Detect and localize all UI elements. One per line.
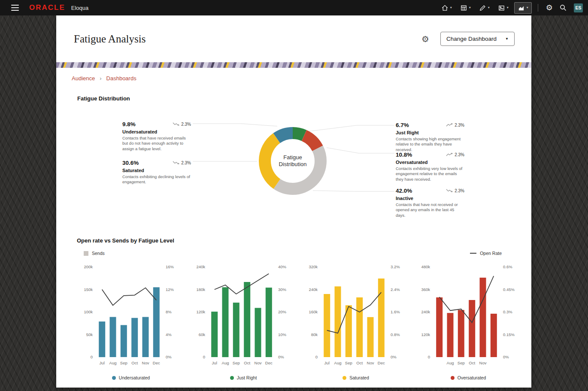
trend-down-icon xyxy=(173,120,180,128)
legend-dot xyxy=(342,376,346,380)
stat-label: Just Right xyxy=(396,130,464,135)
fatigue-donut[interactable] xyxy=(258,127,327,195)
campaigns-nav-button[interactable]: ▾ xyxy=(458,3,473,13)
svg-text:3.2%: 3.2% xyxy=(391,264,400,269)
chevron-down-icon: ▾ xyxy=(488,6,490,9)
svg-text:Sep: Sep xyxy=(345,361,352,365)
stat-saturated: 30.6% 2.3% Saturated Contacts exhibiting… xyxy=(122,159,191,185)
dashboard-card: Fatigue Analysis ⚙ Change Dashboard ▼ Au… xyxy=(56,15,531,388)
just-right-combo-chart[interactable]: 240k180k120k60k040%30%20%10%0%JulAugSepO… xyxy=(189,263,297,371)
chart-legend: Undersaturated xyxy=(112,375,150,380)
trend-value: 2.3% xyxy=(181,122,191,127)
trend-up-icon xyxy=(446,121,453,129)
stat-label: Saturated xyxy=(122,168,191,173)
just-right-chart-column: 240k180k120k60k040%30%20%10%0%JulAugSepO… xyxy=(189,263,297,380)
svg-text:12%: 12% xyxy=(166,287,174,292)
open-rate-legend-label: Open Rate xyxy=(480,251,502,256)
legend-dot xyxy=(451,376,455,380)
svg-text:320k: 320k xyxy=(309,264,318,269)
trend-down-icon xyxy=(173,159,180,167)
stat-undersaturated: 9.8% 2.3% Undersaturated Contacts that h… xyxy=(122,120,191,152)
breadcrumb-chevron-icon: › xyxy=(100,75,101,82)
sends-legend-label: Sends xyxy=(92,251,105,256)
saturated-combo-chart[interactable]: 320k240k160k80k03.2%2.4%1.6%0.8%0%JulAug… xyxy=(302,263,410,371)
undersaturated-chart-column: 200k150k100k50k016%12%8%4%0%JulAugSepOct… xyxy=(77,263,185,380)
svg-text:0: 0 xyxy=(428,355,430,359)
svg-text:30%: 30% xyxy=(278,287,287,292)
oversaturated-combo-chart[interactable]: 480k360k240k120k00.6%0.45%0.3%0.15%0%Aug… xyxy=(414,263,522,371)
stat-oversaturated: 10.8% 2.3% Oversaturated Contacts exhibi… xyxy=(396,151,464,182)
change-dashboard-label: Change Dashboard xyxy=(446,36,497,42)
svg-text:480k: 480k xyxy=(421,264,430,269)
svg-text:Oct: Oct xyxy=(356,361,363,365)
chart-legend: Oversaturated xyxy=(451,375,486,380)
svg-text:Nov: Nov xyxy=(367,361,374,365)
svg-text:Sep: Sep xyxy=(458,361,465,365)
svg-text:120k: 120k xyxy=(421,332,430,337)
svg-text:Dec: Dec xyxy=(265,361,273,365)
svg-text:150k: 150k xyxy=(84,287,93,292)
breadcrumb-audience-link[interactable]: Audience xyxy=(72,75,95,82)
toolbar-separator xyxy=(538,4,538,12)
svg-text:Aug: Aug xyxy=(334,361,342,365)
stat-description: Contacts exhibiting declining levels of … xyxy=(122,174,191,185)
dashboard-settings-button[interactable]: ⚙ xyxy=(421,35,429,43)
stat-percentage: 10.8% xyxy=(396,152,412,158)
svg-text:Sep: Sep xyxy=(120,361,127,365)
svg-text:240k: 240k xyxy=(196,264,205,269)
chevron-down-icon: ▾ xyxy=(469,6,471,9)
hamburger-menu-button[interactable] xyxy=(11,5,20,11)
legend-dot xyxy=(230,376,234,380)
svg-text:0.15%: 0.15% xyxy=(503,332,515,337)
svg-text:0%: 0% xyxy=(503,355,509,359)
stat-label: Oversaturated xyxy=(396,160,464,165)
svg-text:Aug: Aug xyxy=(222,361,229,365)
fatigue-level-charts: 200k150k100k50k016%12%8%4%0%JulAugSepOct… xyxy=(77,263,522,380)
svg-text:8%: 8% xyxy=(166,309,172,314)
legend-label: Saturated xyxy=(349,375,369,380)
svg-text:2.4%: 2.4% xyxy=(391,287,400,292)
search-button[interactable] xyxy=(558,3,569,12)
stat-description: Contacts exhibiting very low levels of e… xyxy=(396,166,464,182)
screen: ORACLE Eloqua ▾ ▾ ▾ ▾ ▾ xyxy=(0,0,588,391)
change-dashboard-button[interactable]: Change Dashboard ▼ xyxy=(440,32,515,46)
saturated-chart-column: 320k240k160k80k03.2%2.4%1.6%0.8%0%JulAug… xyxy=(302,263,410,380)
chart-legend: Just Right xyxy=(230,375,257,380)
open-rate-section-title: Open rate vs Sends by Fatigue Level xyxy=(77,237,174,244)
undersaturated-combo-chart[interactable]: 200k150k100k50k016%12%8%4%0%JulAugSepOct… xyxy=(77,263,185,371)
top-navigation-bar: ORACLE Eloqua ▾ ▾ ▾ ▾ ▾ xyxy=(0,0,588,15)
chevron-down-icon: ▼ xyxy=(505,37,509,41)
svg-text:Jul: Jul xyxy=(100,361,105,365)
svg-text:0%: 0% xyxy=(278,355,284,359)
assets-nav-button[interactable]: ▾ xyxy=(495,3,511,13)
chevron-down-icon: ▾ xyxy=(527,6,528,9)
stat-inactive: 42.0% 2.3% Inactive Contacts that have n… xyxy=(396,187,464,218)
fatigue-distribution-chart: 9.8% 2.3% Undersaturated Contacts that h… xyxy=(56,112,531,233)
stat-description: Contacts that have received emails but d… xyxy=(122,136,191,152)
trend-value: 2.3% xyxy=(455,152,464,157)
svg-text:180k: 180k xyxy=(196,287,205,292)
svg-text:20%: 20% xyxy=(278,309,287,314)
stat-label: Inactive xyxy=(396,196,464,201)
svg-text:Dec: Dec xyxy=(153,361,160,365)
orchestration-nav-button[interactable]: ▾ xyxy=(476,3,492,13)
header-actions: ⚙ Change Dashboard ▼ xyxy=(421,32,515,46)
home-nav-button[interactable]: ▾ xyxy=(439,3,455,13)
image-icon xyxy=(498,4,505,12)
user-avatar-badge[interactable]: ES xyxy=(574,3,583,12)
settings-button[interactable]: ⚙ xyxy=(544,3,555,12)
home-icon xyxy=(441,4,449,12)
analytics-nav-button[interactable]: ▾ xyxy=(514,2,532,14)
open-rate-legend: Open Rate xyxy=(470,251,502,256)
fatigue-distribution-title: Fatigue Distribution xyxy=(77,95,130,102)
page-title: Fatigue Analysis xyxy=(74,33,145,45)
svg-text:Aug: Aug xyxy=(109,361,117,365)
svg-text:100k: 100k xyxy=(84,309,93,314)
breadcrumb-dashboards-link[interactable]: Dashboards xyxy=(106,75,136,82)
sends-legend: Sends xyxy=(84,251,105,256)
trend-value: 2.3% xyxy=(455,188,464,193)
svg-text:0.6%: 0.6% xyxy=(503,264,512,269)
hamburger-menu-icon xyxy=(11,5,19,6)
svg-text:Jul: Jul xyxy=(212,361,217,365)
decorative-pattern-strip xyxy=(56,62,531,68)
